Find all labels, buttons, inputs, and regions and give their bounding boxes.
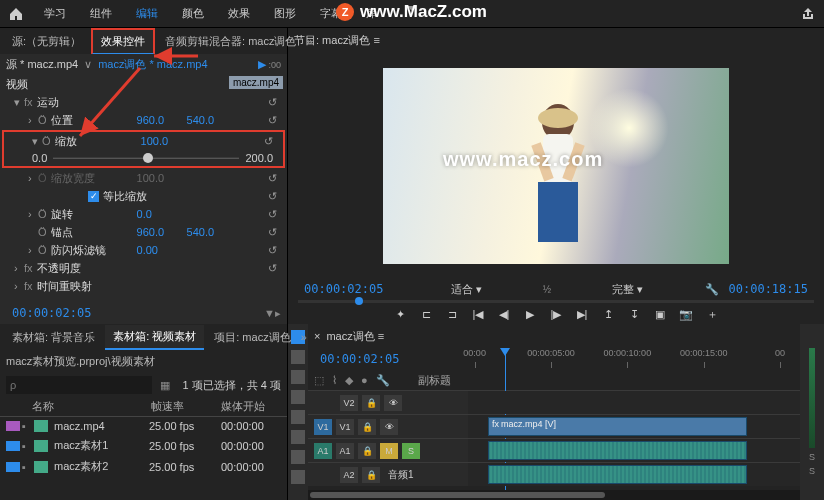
video-clip[interactable]: fxmacz.mp4 [V] — [488, 417, 747, 436]
anchor-y[interactable]: 540.0 — [187, 226, 237, 238]
track-toggle[interactable]: V1 — [336, 419, 354, 435]
source-patch-v1[interactable]: V1 — [314, 419, 332, 435]
reset-icon[interactable]: ↺ — [268, 226, 277, 239]
tab-graphics[interactable]: 图形 — [274, 6, 296, 21]
tab-bin-video[interactable]: 素材箱: 视频素材 — [105, 325, 204, 350]
filter-icon[interactable]: ▼▸ — [264, 307, 281, 320]
reset-icon[interactable]: ↺ — [268, 96, 277, 109]
effect-timecode[interactable]: 00:00:02:05 — [6, 304, 97, 322]
lift-button[interactable]: ↥ — [601, 308, 615, 322]
tab-effect-controls[interactable]: 效果控件 — [91, 28, 155, 55]
sequence-clip-name[interactable]: macz调色 * macz.mp4 — [98, 57, 207, 72]
video-preview[interactable]: www.macz.com — [383, 68, 729, 264]
marker-icon[interactable]: ◆ — [345, 374, 353, 387]
go-to-out-button[interactable]: ▶| — [575, 308, 589, 322]
extract-button[interactable]: ↧ — [627, 308, 641, 322]
col-start[interactable]: 媒体开始 — [221, 399, 281, 414]
mute-button[interactable]: M — [380, 443, 398, 459]
reset-icon[interactable]: ↺ — [268, 262, 277, 275]
link-icon[interactable]: ⌇ — [332, 374, 337, 387]
tab-project[interactable]: 项目: macz调色 — [206, 326, 298, 349]
audio-clip[interactable] — [488, 465, 747, 484]
button-editor-icon[interactable]: ＋ — [705, 308, 719, 322]
col-fps[interactable]: 帧速率 — [151, 399, 221, 414]
track-lock[interactable]: 🔒 — [358, 419, 376, 435]
home-icon[interactable] — [8, 6, 24, 22]
reset-icon[interactable]: ↺ — [268, 114, 277, 127]
label-swatch[interactable] — [6, 441, 20, 451]
tab-learn[interactable]: 学习 — [44, 6, 66, 21]
panel-more-icon[interactable]: » — [301, 331, 307, 343]
track-toggle[interactable]: A2 — [340, 467, 358, 483]
tab-source[interactable]: 源:（无剪辑） — [4, 30, 89, 53]
scale-value[interactable]: 100.0 — [141, 135, 191, 147]
asset-row[interactable]: ▪macz.mp425.00 fps00:00:00 — [0, 417, 287, 435]
asset-row[interactable]: ▪macz素材225.00 fps00:00:00 — [0, 456, 287, 477]
slip-tool[interactable] — [291, 410, 305, 424]
tab-components[interactable]: 组件 — [90, 6, 112, 21]
hand-tool[interactable] — [291, 450, 305, 464]
step-fwd-button[interactable]: |▶ — [549, 308, 563, 322]
reset-icon[interactable]: ↺ — [268, 244, 277, 257]
fit-dropdown[interactable]: 适合 — [451, 283, 473, 295]
timeline-timecode[interactable]: 00:00:02:05 — [314, 350, 405, 368]
wrench-icon[interactable]: 🔧 — [705, 283, 719, 296]
zoom-dropdown[interactable]: 完整 — [612, 283, 634, 295]
track-eye[interactable]: 👁 — [380, 419, 398, 435]
search-input[interactable] — [6, 376, 152, 394]
playhead-marker[interactable]: ▶ — [258, 58, 266, 71]
track-toggle[interactable]: V2 — [340, 395, 358, 411]
fx-opacity[interactable]: ›fx不透明度↺ — [0, 259, 287, 277]
ripple-tool[interactable] — [291, 370, 305, 384]
tab-edit[interactable]: 编辑 — [136, 6, 158, 21]
label-swatch[interactable] — [6, 421, 20, 431]
col-name[interactable]: 名称 — [32, 399, 151, 414]
razor-tool[interactable] — [291, 390, 305, 404]
type-tool[interactable] — [291, 470, 305, 484]
program-timecode-left[interactable]: 00:00:02:05 — [298, 280, 389, 298]
position-x[interactable]: 960.0 — [137, 114, 187, 126]
share-icon[interactable] — [800, 6, 816, 22]
mark-in-button[interactable]: ⊏ — [419, 308, 433, 322]
audio-clip[interactable] — [488, 441, 747, 460]
snap-icon[interactable]: ⬚ — [314, 374, 324, 387]
reset-icon[interactable]: ↺ — [268, 190, 277, 203]
prop-uniform-scale[interactable]: ✓等比缩放↺ — [0, 187, 287, 205]
tab-bin-bgm[interactable]: 素材箱: 背景音乐 — [4, 326, 103, 349]
bin-icon[interactable]: ▦ — [160, 379, 170, 392]
rotation-value[interactable]: 0.0 — [137, 208, 187, 220]
reset-icon[interactable]: ↺ — [268, 172, 277, 185]
pen-tool[interactable] — [291, 430, 305, 444]
track-lock[interactable]: 🔒 — [362, 467, 380, 483]
play-button[interactable]: ▶ — [523, 308, 537, 322]
track-eye[interactable]: 👁 — [384, 395, 402, 411]
panel-more-icon[interactable]: » — [306, 35, 312, 47]
asset-row[interactable]: ▪macz素材125.00 fps00:00:00 — [0, 435, 287, 456]
scale-slider[interactable] — [53, 153, 239, 163]
checkbox-icon[interactable]: ✓ — [88, 191, 99, 202]
export-frame-button[interactable]: ▣ — [653, 308, 667, 322]
reset-icon[interactable]: ↺ — [264, 135, 273, 148]
step-back-button[interactable]: ◀| — [497, 308, 511, 322]
track-lock[interactable]: 🔒 — [362, 395, 380, 411]
tab-effects[interactable]: 效果 — [228, 6, 250, 21]
solo-button[interactable]: S — [402, 443, 420, 459]
program-scrubber[interactable] — [298, 300, 814, 303]
tab-color[interactable]: 颜色 — [182, 6, 204, 21]
label-swatch[interactable] — [6, 462, 20, 472]
camera-icon[interactable]: 📷 — [679, 308, 693, 322]
antiflicker-value[interactable]: 0.00 — [137, 244, 187, 256]
timeline-zoom-scrollbar[interactable] — [308, 490, 800, 500]
anchor-x[interactable]: 960.0 — [137, 226, 187, 238]
track-lock[interactable]: 🔒 — [358, 443, 376, 459]
timeline-ruler[interactable]: 00:0000:00:05:0000:00:10:0000:00:15:0000 — [468, 348, 800, 370]
go-to-in-button[interactable]: |◀ — [471, 308, 485, 322]
mark-out-button[interactable]: ⊐ — [445, 308, 459, 322]
tab-audio-mixer[interactable]: 音频剪辑混合器: macz调色 — [157, 30, 304, 53]
source-patch-a1[interactable]: A1 — [314, 443, 332, 459]
track-toggle[interactable]: A1 — [336, 443, 354, 459]
tab-sequence[interactable]: macz调色 ≡ — [326, 329, 384, 344]
position-y[interactable]: 540.0 — [187, 114, 237, 126]
fx-motion[interactable]: ▾fx运动↺ — [0, 93, 287, 111]
settings-icon[interactable]: ● — [361, 374, 368, 386]
